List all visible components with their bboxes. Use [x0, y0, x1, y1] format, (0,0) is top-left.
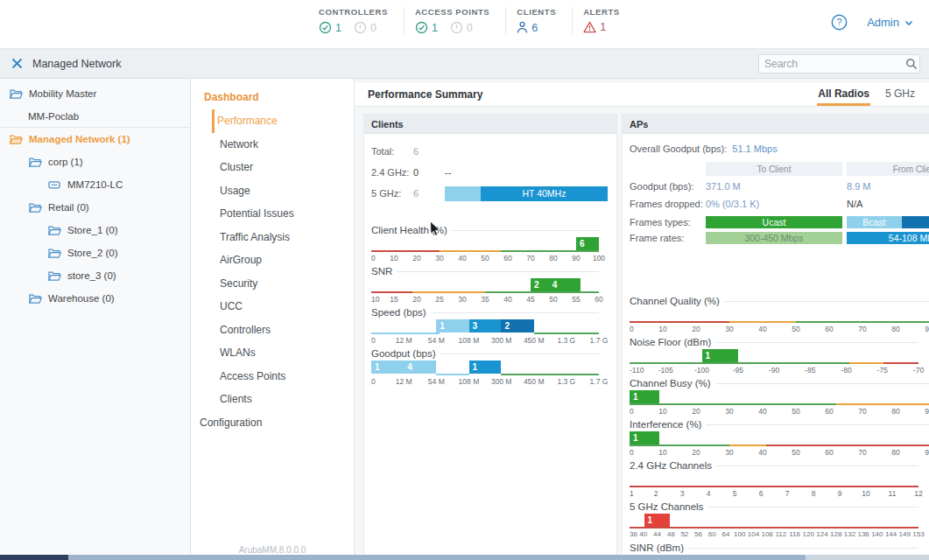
tree-item-store-2-0-[interactable]: Store_2 (0): [0, 242, 190, 264]
tick-label: 300 M: [491, 336, 512, 345]
tree-item-corp-1-[interactable]: corp (1): [0, 150, 190, 173]
tick-label: 80: [891, 448, 899, 457]
nav-item-potential-issues[interactable]: Potential Issues: [191, 202, 354, 226]
tick-label: 1: [630, 489, 634, 498]
tick-label: 50: [792, 407, 799, 416]
tick-label: 40: [639, 530, 647, 538]
help-icon[interactable]: ?: [831, 14, 848, 31]
histogram-title-text: SINR (dBm): [630, 542, 684, 553]
tick-label: 40: [458, 254, 466, 262]
tick-label: 80: [549, 254, 557, 262]
horizontal-scrollbar[interactable]: [0, 555, 929, 560]
histogram-title: Speed (bps): [371, 305, 599, 319]
nav-item-performance[interactable]: Performance: [212, 109, 354, 133]
tick-label: 55: [572, 295, 580, 304]
baseline-segment: [630, 527, 918, 528]
admin-menu[interactable]: Admin: [867, 16, 913, 29]
tick-label: 90: [925, 325, 929, 333]
tab-all-radios[interactable]: All Radios: [817, 83, 870, 106]
title-rule: [715, 383, 929, 384]
tree-item-warehouse-0-[interactable]: Warehouse (0): [0, 287, 190, 310]
overall-goodput-value: 51.1 Mbps: [732, 144, 777, 154]
baseline-segment: [412, 291, 485, 293]
chevron-down-icon: [904, 16, 913, 29]
nav-item-clients[interactable]: Clients: [191, 388, 354, 411]
histogram-title-text: SNR: [371, 266, 392, 276]
from-client-cell: N/A: [847, 199, 929, 209]
baseline-segment: [630, 444, 729, 446]
tree-item-store-1-0-[interactable]: Store_1 (0): [0, 219, 190, 242]
tree-item-mm-poclab[interactable]: MM-Poclab: [0, 105, 190, 128]
tick-label: 0: [371, 254, 376, 262]
histogram-ticks: 0102030405060708090100: [371, 253, 599, 262]
histogram-snr: SNR241015202530354045505560: [371, 264, 599, 304]
network-selector-label[interactable]: Managed Network: [32, 58, 121, 70]
tick-label: 30: [725, 407, 733, 416]
stat-item: 6: [517, 21, 538, 34]
nav-item-network[interactable]: Network: [191, 133, 354, 157]
tick-label: 120: [803, 530, 814, 538]
nav-item-cluster[interactable]: Cluster: [191, 156, 354, 179]
version-footer: ArubaMM,8.0.0.0: [191, 545, 354, 555]
tab-5-ghz[interactable]: 5 GHz: [884, 83, 916, 106]
aps-table: To ClientFrom ClientGoodput (bps):371.0 …: [630, 162, 929, 244]
close-icon[interactable]: [11, 57, 24, 70]
summary-bar: Performance Summary All Radios5 GHz2.4 G…: [355, 83, 929, 107]
tree-item-managed-network-1-[interactable]: Managed Network (1): [0, 128, 190, 150]
tree-item-retail-0-[interactable]: Retail (0): [0, 196, 190, 219]
aps-table-row: Frame rates:300-450 Mbps54-108 Mbps: [630, 232, 929, 244]
tick-label: -95: [733, 366, 743, 374]
tick-label: -70: [913, 366, 924, 374]
nav-item-ucc[interactable]: UCC: [191, 295, 354, 318]
tick-label: 70: [858, 448, 866, 457]
stat-label: ALERTS: [583, 7, 620, 17]
folder-icon: [47, 270, 61, 282]
nav-item-configuration[interactable]: Configuration: [191, 411, 354, 435]
tick-label: 10: [862, 489, 869, 498]
nav-section-dashboard[interactable]: Dashboard: [191, 86, 354, 109]
tick-label: -110: [630, 366, 644, 374]
tick-label: 50: [549, 295, 557, 304]
tree-item-store-3-0-[interactable]: store_3 (0): [0, 264, 190, 287]
tick-label: 30: [435, 254, 443, 262]
tick-label: 10: [658, 325, 666, 333]
tick-label: 40: [758, 448, 766, 457]
search-input[interactable]: [759, 58, 905, 70]
tick-label: 100: [734, 530, 745, 538]
nav-item-security[interactable]: Security: [191, 272, 354, 296]
histogram-speed-bps-: Speed (bps)132012 M54 M108 M300 M450 M1.…: [371, 305, 599, 345]
tree-item-mobility-master[interactable]: Mobility Master: [0, 82, 190, 105]
folder-icon: [28, 202, 42, 214]
folder-icon: [47, 248, 61, 259]
tick-label: 50: [792, 448, 799, 457]
nav-item-controllers[interactable]: Controllers: [191, 318, 354, 342]
stat-group-access-points: ACCESS POINTS10: [405, 7, 506, 34]
histogram-noise-floor-dbm-: Noise Floor (dBm)1-110-105-100-95-90-85-…: [630, 335, 918, 374]
bar-segment: 300-450 Mbps: [706, 232, 842, 244]
tick-label: 40: [503, 295, 511, 304]
tick-label: 70: [858, 325, 866, 333]
tick-label: -80: [841, 366, 851, 374]
nav-item-traffic-analysis[interactable]: Traffic Analysis: [191, 226, 354, 249]
title-rule: [440, 354, 599, 354]
histogram-bar: 1: [469, 360, 502, 374]
search-box[interactable]: [758, 54, 920, 74]
tick-label: 1.7 G: [590, 336, 609, 345]
nav-item-airgroup[interactable]: AirGroup: [191, 248, 354, 272]
tree-item-label: Store_1 (0): [67, 225, 118, 235]
tick-label: 1.3 G: [557, 336, 575, 345]
scrollbar-thumb[interactable]: [0, 555, 68, 560]
nav-item-access-points[interactable]: Access Points: [191, 365, 354, 388]
tick-label: -90: [769, 366, 779, 374]
nav-item-wlans[interactable]: WLANs: [191, 341, 354, 365]
tick-label: 70: [526, 254, 534, 262]
search-icon[interactable]: [905, 58, 923, 70]
nav-item-usage[interactable]: Usage: [191, 179, 354, 203]
tree-item-mm7210-lc[interactable]: MM7210-LC: [0, 173, 190, 196]
histogram-bar: 1: [644, 514, 671, 527]
bar-segment: HT 40MHz: [481, 186, 608, 201]
histogram-bars: 132: [371, 319, 599, 332]
tick-label: 44: [653, 530, 661, 538]
tick-label: 8: [812, 489, 816, 498]
histogram-title-text: Channel Busy (%): [630, 378, 711, 388]
